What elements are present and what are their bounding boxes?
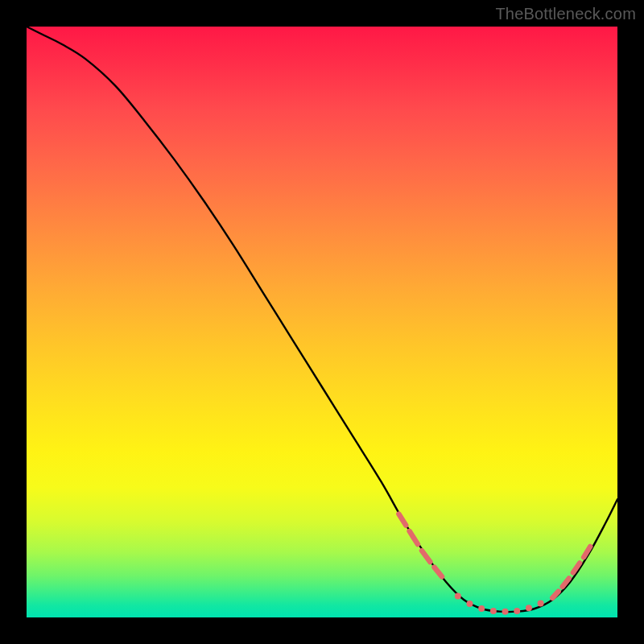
curve-markers bbox=[398, 514, 590, 615]
marker-dot bbox=[455, 593, 461, 600]
marker-dot bbox=[526, 605, 532, 611]
plot-area bbox=[27, 27, 617, 617]
marker-dot bbox=[502, 609, 509, 615]
marker-dot bbox=[514, 608, 520, 614]
bottleneck-curve bbox=[27, 27, 617, 612]
marker-dot bbox=[538, 600, 544, 606]
marker-dash bbox=[552, 592, 558, 598]
chart-svg bbox=[27, 27, 617, 617]
marker-dash bbox=[422, 551, 430, 562]
marker-dash bbox=[434, 568, 442, 577]
chart-frame: TheBottleneck.com bbox=[0, 0, 644, 644]
marker-dot bbox=[478, 605, 485, 612]
marker-dot bbox=[467, 601, 473, 607]
marker-dash bbox=[398, 514, 406, 526]
marker-dash bbox=[410, 531, 418, 544]
marker-dot bbox=[490, 608, 497, 614]
marker-dash bbox=[584, 547, 590, 557]
watermark-text: TheBottleneck.com bbox=[495, 5, 636, 23]
